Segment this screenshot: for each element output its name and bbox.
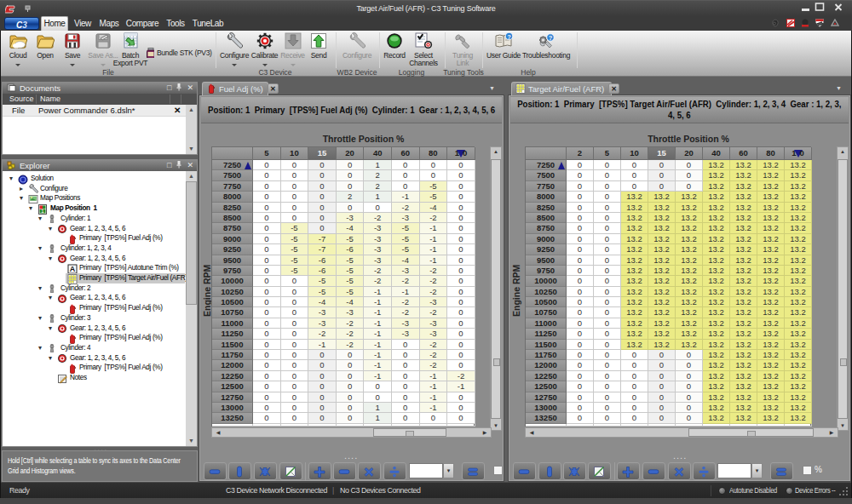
svg-text:?: ? xyxy=(549,34,553,42)
svg-text:?: ? xyxy=(507,33,511,41)
svg-text:A: A xyxy=(70,265,76,273)
